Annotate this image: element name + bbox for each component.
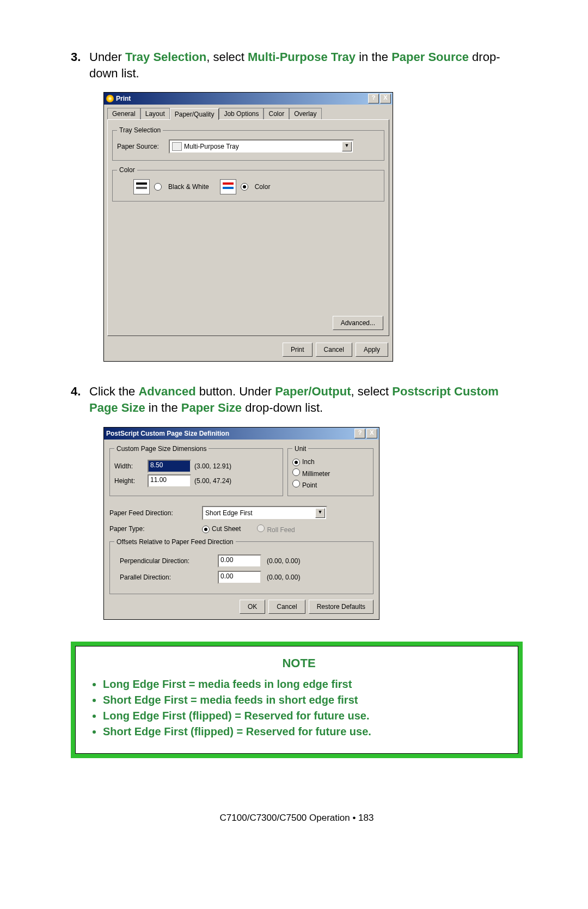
legend-color: Color	[117, 166, 137, 174]
step-3: 3. Under Tray Selection, select Multi-Pu…	[71, 49, 523, 81]
note-list: Long Edge First = media feeds in long ed…	[91, 678, 507, 738]
group-tray-selection: Tray Selection Paper Source: Multi-Purpo…	[112, 126, 384, 161]
bw-icon	[133, 179, 150, 194]
ok-button[interactable]: OK	[240, 600, 265, 614]
close-button[interactable]: X	[380, 94, 391, 103]
tab-general[interactable]: General	[107, 108, 140, 119]
radio-point[interactable]	[292, 480, 300, 487]
option-black-white[interactable]: Black & White	[133, 179, 209, 194]
note-item: Short Edge First (flipped) = Reserved fo…	[103, 725, 507, 738]
note-item: Long Edge First (flipped) = Reserved for…	[103, 710, 507, 722]
label-parallel: Parallel Direction:	[120, 574, 212, 581]
print-dialog-titlebar[interactable]: Print ? X	[104, 93, 393, 105]
label-paper-type: Paper Type:	[109, 525, 202, 533]
ps-dialog-buttons: OK Cancel Restore Defaults	[109, 600, 373, 614]
hl-advanced: Advanced	[138, 385, 195, 398]
range-width: (3.00, 12.91)	[194, 462, 231, 470]
option-millimeter[interactable]: Millimeter	[292, 468, 369, 478]
legend-unit: Unit	[292, 445, 308, 453]
ps-dialog-titlebar[interactable]: PostScript Custom Page Size Definition ?…	[104, 428, 379, 440]
radio-inch[interactable]	[292, 459, 300, 466]
radio-roll-feed	[257, 524, 265, 532]
chevron-down-icon[interactable]: ▼	[342, 142, 352, 151]
note-title: NOTE	[91, 656, 507, 670]
label-perpendicular: Perpendicular Direction:	[120, 557, 212, 565]
legend-offsets: Offsets Relative to Paper Feed Direction	[114, 538, 236, 546]
input-height[interactable]: 11.00	[148, 474, 191, 487]
legend-tray-selection: Tray Selection	[117, 126, 163, 134]
tray-icon	[172, 142, 182, 151]
group-dimensions: Custom Page Size Dimensions Width: 8.50 …	[109, 445, 283, 496]
group-offsets: Offsets Relative to Paper Feed Direction…	[109, 538, 373, 594]
tab-color[interactable]: Color	[264, 108, 289, 119]
postscript-dialog: PostScript Custom Page Size Definition ?…	[103, 427, 379, 620]
chevron-down-icon[interactable]: ▼	[315, 508, 325, 518]
print-dialog-title: Print	[116, 95, 131, 102]
paper-feed-direction-value: Short Edge First	[205, 509, 315, 517]
print-dialog: Print ? X General Layout Paper/Quality J…	[103, 92, 393, 362]
option-roll-feed: Roll Feed	[257, 524, 295, 534]
dropdown-paper-source[interactable]: Multi-Purpose Tray ▼	[169, 139, 354, 154]
hl-paper-output: Paper/Output	[275, 385, 351, 398]
range-perpendicular: (0.00, 0.00)	[267, 557, 300, 565]
label-height: Height:	[114, 477, 144, 485]
tab-overlay[interactable]: Overlay	[289, 108, 321, 119]
option-color[interactable]: Color	[220, 179, 271, 194]
close-button[interactable]: X	[366, 429, 377, 438]
legend-dimensions: Custom Page Size Dimensions	[114, 445, 209, 453]
hl-tray-selection: Tray Selection	[125, 50, 206, 64]
ps-dialog-title: PostScript Custom Page Size Definition	[106, 430, 229, 437]
tabs-row: General Layout Paper/Quality Job Options…	[104, 105, 393, 119]
label-color: Color	[255, 183, 271, 191]
input-perpendicular[interactable]: 0.00	[218, 554, 261, 568]
note-box: NOTE Long Edge First = media feeds in lo…	[71, 642, 523, 758]
apply-button[interactable]: Apply	[356, 343, 388, 357]
help-button[interactable]: ?	[354, 429, 365, 438]
option-point[interactable]: Point	[292, 480, 369, 489]
label-paper-feed-direction: Paper Feed Direction:	[109, 509, 202, 517]
restore-defaults-button[interactable]: Restore Defaults	[309, 600, 373, 614]
print-button[interactable]: Print	[283, 343, 313, 357]
tab-panel: Tray Selection Paper Source: Multi-Purpo…	[107, 119, 389, 336]
paper-source-value: Multi-Purpose Tray	[184, 143, 342, 150]
hl-paper-size: Paper Size	[181, 401, 242, 414]
step-3-number: 3.	[71, 49, 89, 81]
radio-millimeter[interactable]	[292, 468, 300, 476]
step-3-text: Under Tray Selection, select Multi-Purpo…	[89, 49, 523, 81]
dropdown-paper-feed-direction[interactable]: Short Edge First ▼	[202, 506, 327, 520]
cancel-button[interactable]: Cancel	[316, 343, 352, 357]
radio-color[interactable]	[241, 183, 248, 191]
radio-bw[interactable]	[154, 183, 162, 191]
range-parallel: (0.00, 0.00)	[267, 574, 300, 581]
tab-layout[interactable]: Layout	[140, 108, 170, 119]
option-inch[interactable]: Inch	[292, 458, 369, 466]
label-width: Width:	[114, 462, 144, 470]
label-bw: Black & White	[168, 183, 209, 191]
radio-cut-sheet[interactable]	[202, 526, 210, 533]
option-cut-sheet[interactable]: Cut Sheet	[202, 525, 241, 533]
printer-icon	[106, 95, 114, 102]
note-item: Short Edge First = media feeds in short …	[103, 694, 507, 706]
group-color: Color Black & White Color	[112, 166, 384, 202]
page-footer: C7100/C7300/C7500 Operation • 183	[71, 813, 523, 823]
hl-multi-purpose-tray: Multi-Purpose Tray	[248, 50, 356, 64]
tab-job-options[interactable]: Job Options	[219, 108, 264, 119]
group-unit: Unit Inch Millimeter Point	[287, 445, 373, 496]
input-parallel[interactable]: 0.00	[218, 571, 261, 584]
color-icon	[220, 179, 236, 194]
step-4: 4. Click the Advanced button. Under Pape…	[71, 383, 523, 416]
range-height: (5.00, 47.24)	[194, 477, 231, 485]
cancel-button[interactable]: Cancel	[268, 600, 305, 614]
input-width[interactable]: 8.50	[148, 460, 191, 473]
label-paper-source: Paper Source:	[117, 143, 169, 150]
dialog-buttons: Print Cancel Apply	[104, 339, 393, 361]
tab-paper-quality[interactable]: Paper/Quality	[170, 108, 219, 120]
step-4-number: 4.	[71, 383, 89, 416]
note-item: Long Edge First = media feeds in long ed…	[103, 678, 507, 691]
advanced-button[interactable]: Advanced...	[333, 316, 383, 330]
hl-paper-source: Paper Source	[391, 50, 469, 64]
help-button[interactable]: ?	[368, 94, 379, 103]
step-4-text: Click the Advanced button. Under Paper/O…	[89, 383, 523, 416]
